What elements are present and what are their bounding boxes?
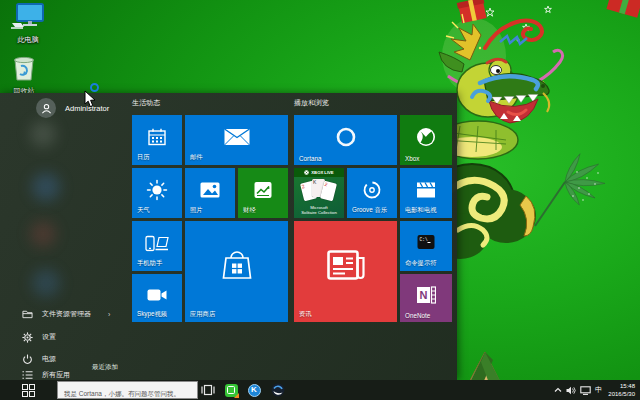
- taskbar-app-green[interactable]: [221, 380, 241, 400]
- desktop-icon-recycle-bin[interactable]: 回收站: [1, 54, 47, 96]
- network-icon[interactable]: [580, 386, 591, 395]
- tile-label: Skype视频: [137, 310, 167, 319]
- search-input[interactable]: [58, 386, 197, 400]
- tile-movies-tv[interactable]: 电影和电视: [400, 168, 452, 218]
- xbox-live-label: XBOX LIVE: [311, 170, 333, 175]
- sidebar-item-settings[interactable]: 设置: [22, 329, 56, 345]
- command-prompt-icon: C:\: [418, 235, 435, 249]
- tile-label: 命令提示符: [405, 259, 436, 268]
- cortana-search-box[interactable]: [57, 381, 198, 399]
- xbox-icon: [416, 127, 436, 147]
- tile-onenote[interactable]: N OneNote: [400, 274, 452, 322]
- tile-xbox[interactable]: Xbox: [400, 115, 452, 165]
- sidebar-item-all-apps[interactable]: 所有应用: [22, 367, 70, 380]
- gear-icon: [22, 332, 33, 343]
- solitaire-cards-art: 2 K 2: [302, 179, 336, 205]
- sidebar-item-label: 电源: [42, 354, 56, 364]
- blurred-bg-blob: [30, 221, 56, 247]
- sidebar-item-label: 文件资源管理器: [42, 309, 91, 319]
- tile-label: Microsoft Solitaire Collection: [294, 205, 344, 216]
- video-camera-icon: [147, 289, 167, 302]
- tile-label: 邮件: [190, 153, 203, 162]
- desktop-icon-this-pc[interactable]: 此电脑: [5, 3, 51, 45]
- tile-label: 天气: [137, 206, 150, 215]
- tile-label: OneNote: [405, 312, 430, 319]
- blurred-bg-blob: [32, 269, 60, 297]
- tile-phone-companion[interactable]: 手机助手: [132, 221, 182, 271]
- power-icon: [22, 354, 33, 365]
- cortana-ring-icon: [335, 126, 357, 148]
- recently-added-label[interactable]: 最近添加: [92, 363, 118, 372]
- photos-icon: [200, 182, 220, 198]
- onenote-icon: N: [416, 286, 436, 304]
- leaf-art: [535, 153, 605, 226]
- start-button[interactable]: [0, 380, 56, 400]
- sidebar-item-power[interactable]: 电源: [22, 351, 56, 367]
- taskbar-app-k[interactable]: K: [244, 380, 264, 400]
- mail-icon: [224, 129, 250, 146]
- tile-groove-music[interactable]: Groove 音乐: [347, 168, 397, 218]
- taskbar-app-browser[interactable]: [268, 380, 288, 400]
- sidebar-item-label: 所有应用: [42, 370, 70, 380]
- tile-command-prompt[interactable]: C:\ 命令提示符: [400, 221, 452, 271]
- sidebar-item-file-explorer[interactable]: 文件资源管理器 ›: [22, 306, 91, 322]
- user-avatar: [36, 98, 56, 118]
- tile-weather[interactable]: 天气: [132, 168, 182, 218]
- mouse-cursor: [84, 90, 97, 109]
- task-view-button[interactable]: [198, 380, 218, 400]
- tile-money[interactable]: 财经: [238, 168, 288, 218]
- sun-icon: [146, 179, 168, 201]
- tile-label: 资讯: [299, 310, 312, 319]
- task-view-icon: [201, 384, 215, 396]
- tile-label: 手机助手: [137, 259, 162, 268]
- clapperboard-icon: [416, 182, 436, 198]
- tile-skype-video[interactable]: Skype视频: [132, 274, 182, 322]
- tile-group-title: 播放和浏览: [294, 98, 329, 108]
- tile-label: 照片: [190, 206, 203, 215]
- recycle-bin-icon: [9, 54, 39, 81]
- user-account-button[interactable]: Administrator: [36, 98, 109, 118]
- tile-news[interactable]: 资讯: [294, 221, 397, 322]
- svg-text:N: N: [420, 289, 428, 301]
- chevron-right-icon[interactable]: ›: [108, 311, 110, 318]
- tile-label: Groove 音乐: [352, 206, 387, 215]
- dragon-festival-artwork: [430, 0, 640, 400]
- tile-label: 应用商店: [190, 310, 215, 319]
- file-explorer-icon: [22, 309, 33, 319]
- newspaper-icon: [327, 250, 365, 280]
- gift-box-corner-icon: [606, 0, 640, 18]
- groove-music-icon: [362, 180, 382, 200]
- green-app-icon: [225, 384, 238, 397]
- browser-app-icon: [271, 383, 285, 397]
- clock-time: 15:48: [606, 382, 635, 390]
- k-app-icon: K: [248, 384, 261, 397]
- taskbar-clock[interactable]: 15:48 2016/5/30: [606, 382, 638, 398]
- tile-mail[interactable]: 邮件: [185, 115, 288, 165]
- tray-chevron-up-icon[interactable]: [554, 387, 562, 393]
- tile-store[interactable]: 应用商店: [185, 221, 288, 322]
- tile-label: 财经: [243, 206, 256, 215]
- taskbar: K 中 15:48 2016/: [0, 380, 640, 400]
- tile-label: 电影和电视: [405, 206, 436, 215]
- tile-cortana[interactable]: Cortana: [294, 115, 397, 165]
- tile-calendar[interactable]: 日历: [132, 115, 182, 165]
- clock-date: 2016/5/30: [606, 390, 635, 398]
- calendar-icon: [148, 128, 167, 146]
- start-menu: Administrator 文件资源管理器 › 设置: [0, 93, 457, 380]
- sidebar-item-label: 设置: [42, 332, 56, 342]
- blurred-bg-blob: [30, 121, 56, 147]
- desktop-screen: 此电脑 回收站 Administrator: [0, 0, 640, 400]
- phone-companion-icon: [145, 235, 169, 252]
- finance-chart-icon: [254, 182, 272, 199]
- tile-label: Xbox: [405, 155, 419, 162]
- tile-photos[interactable]: 照片: [185, 168, 235, 218]
- volume-icon[interactable]: [566, 386, 576, 395]
- person-icon: [41, 103, 52, 114]
- ime-indicator[interactable]: 中: [595, 385, 602, 395]
- system-tray: 中 15:48 2016/5/30: [554, 380, 638, 400]
- windows-logo-icon: [22, 384, 35, 397]
- tile-label: 日历: [137, 153, 150, 162]
- xbox-live-banner: XBOX LIVE: [294, 168, 344, 177]
- tile-solitaire[interactable]: XBOX LIVE 2 K 2 Microsoft Solitaire Coll…: [294, 168, 344, 218]
- tile-group-title: 生活动态: [132, 98, 160, 108]
